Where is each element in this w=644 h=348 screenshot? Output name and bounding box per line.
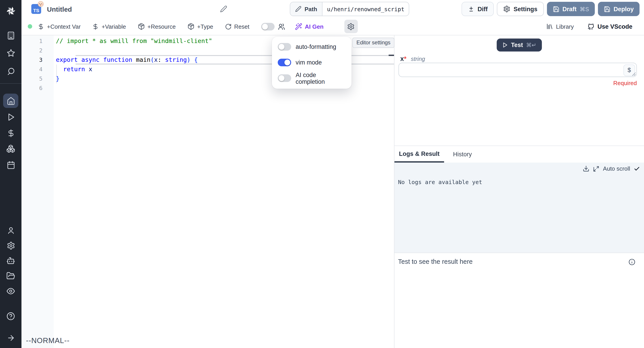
add-type-button[interactable]: +Type [188, 23, 213, 30]
draft-button[interactable]: Draft ⌘S [547, 2, 595, 16]
settings-button[interactable]: Settings [497, 2, 544, 16]
sidebar-item-schedules[interactable] [0, 157, 22, 173]
code-text: } [42, 74, 60, 83]
use-vscode-button[interactable]: Use VScode [587, 23, 632, 30]
auto-formatting-label: auto-formatting [296, 44, 336, 50]
edit-title-button[interactable] [220, 5, 227, 13]
sidebar-item-help[interactable] [0, 308, 22, 324]
vim-status-bar: --NORMAL-- [26, 336, 70, 345]
windmill-logo-icon[interactable] [0, 3, 22, 18]
sidebar-expand-button[interactable] [0, 330, 22, 346]
sidebar-item-favorites[interactable] [0, 45, 22, 61]
play-icon [502, 42, 508, 48]
ai-code-completion-toggle[interactable] [278, 74, 291, 82]
add-variable-button[interactable]: +Variable [92, 23, 126, 30]
line-number: 6 [22, 83, 42, 93]
sidebar-item-home[interactable] [0, 93, 22, 109]
logs-panel: Auto scroll No logs are available yet [394, 162, 644, 253]
topbar: TS Untitled Path u/henri/renowned_script… [22, 0, 644, 18]
sidebar-item-workspace[interactable] [0, 27, 22, 44]
ai-gen-label: AI Gen [305, 23, 324, 30]
auto-formatting-toggle[interactable] [278, 43, 291, 51]
save-icon [552, 6, 559, 12]
line-number: 2 [22, 46, 42, 55]
users-icon [278, 23, 285, 30]
pencil-icon [295, 6, 302, 12]
info-icon[interactable] [628, 258, 636, 266]
folder-open-icon [6, 271, 15, 280]
line-number: 5 [22, 74, 42, 83]
use-vscode-label: Use VScode [598, 23, 632, 30]
add-variable-label: +Variable [102, 23, 126, 30]
ai-gen-button[interactable]: AI Gen [295, 23, 324, 30]
code-text [42, 83, 56, 93]
rotate-icon [225, 23, 232, 30]
code-text: return x [42, 65, 92, 74]
sidebar-item-folders[interactable] [0, 268, 22, 284]
sidebar-item-variables[interactable] [0, 125, 22, 141]
editor-settings-button[interactable] [344, 20, 358, 33]
draft-label: Draft [562, 6, 576, 12]
building-icon [6, 31, 15, 40]
diff-label: Diff [478, 6, 488, 12]
sidebar-item-workers[interactable] [0, 253, 22, 269]
eye-icon [6, 287, 15, 296]
editor-toolbar: +Context Var +Variable +Resource +Type R… [22, 18, 644, 35]
diff-icon [468, 6, 474, 12]
multiplayer-toggle-group [261, 23, 285, 30]
code-text [42, 46, 56, 55]
multiplayer-toggle[interactable] [261, 23, 274, 30]
vim-mode-toggle[interactable] [278, 59, 291, 66]
add-context-var-button[interactable]: +Context Var [38, 23, 81, 30]
sidebar-item-resources[interactable] [0, 141, 22, 157]
save-icon [604, 6, 610, 12]
code-text: // import * as wmill from "windmill-clie… [42, 36, 212, 46]
path-edit-button[interactable]: Path [290, 2, 322, 16]
ai-code-completion-label: AI code completion [296, 71, 346, 85]
auto-scroll-label[interactable]: Auto scroll [603, 165, 630, 172]
path-control[interactable]: Path u/henri/renowned_script [290, 2, 410, 16]
result-placeholder: Test to see the result here [398, 258, 473, 265]
expand-icon[interactable] [593, 165, 600, 172]
vim-mode-label: vim mode [296, 59, 322, 66]
wand-sparkles-icon [295, 23, 302, 30]
editor-settings-menu: auto-formatting vim mode AI code complet… [272, 37, 352, 89]
argument-input[interactable]: $ [398, 63, 637, 77]
library-button[interactable]: Library [546, 23, 574, 30]
diff-button[interactable]: Diff [462, 2, 494, 16]
required-message: Required [613, 80, 637, 86]
dollar-icon [6, 129, 15, 137]
panel-resize-handle[interactable] [389, 55, 394, 56]
script-path: u/henri/renowned_script [322, 2, 409, 16]
add-resource-button[interactable]: +Resource [138, 23, 176, 30]
sidebar-item-search[interactable] [0, 63, 22, 79]
package-icon [138, 23, 145, 30]
sidebar-item-settings[interactable] [0, 237, 22, 254]
pencil-icon [220, 5, 227, 13]
resize-grip-icon[interactable] [632, 72, 636, 76]
star-icon [6, 49, 15, 57]
tab-logs-result[interactable]: Logs & Result [394, 146, 444, 162]
language-badge: TS [31, 4, 41, 14]
page-title: Untitled [47, 5, 72, 13]
check-icon[interactable] [634, 165, 640, 172]
baby-emoji-icon [38, 1, 44, 7]
download-icon[interactable] [583, 165, 590, 172]
result-tabs: Logs & Result History [394, 145, 644, 162]
sidebar [0, 0, 22, 348]
deploy-label: Deploy [614, 6, 634, 12]
help-circle-icon [6, 312, 15, 321]
boxes-icon [6, 144, 15, 153]
result-panel: Test to see the result here [394, 253, 644, 348]
sidebar-item-audit-logs[interactable] [0, 283, 22, 299]
topbar-actions: Diff Settings Draft ⌘S Deploy [462, 2, 640, 16]
code-text: export async function main(x: string) { [42, 55, 198, 65]
deploy-button[interactable]: Deploy [598, 2, 640, 16]
dollar-icon [38, 23, 44, 30]
sidebar-item-users[interactable] [0, 222, 22, 238]
test-button[interactable]: Test ⌘↵ [497, 39, 542, 52]
tab-history[interactable]: History [450, 146, 474, 162]
sidebar-item-runs[interactable] [0, 109, 22, 125]
right-panel: Test ⌘↵ x* string $ Required Logs & Resu… [394, 35, 644, 348]
reset-button[interactable]: Reset [225, 23, 249, 30]
